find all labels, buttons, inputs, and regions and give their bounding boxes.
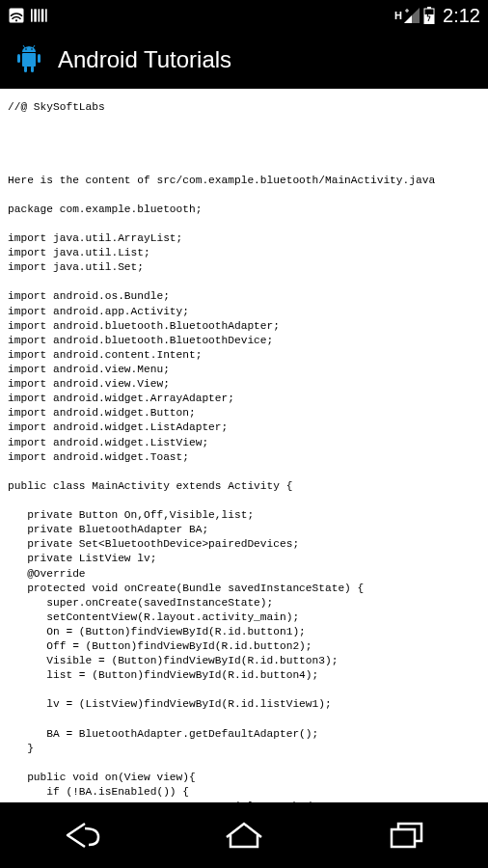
svg-rect-5 <box>41 9 44 21</box>
wifi-icon <box>8 7 25 24</box>
svg-rect-13 <box>24 66 27 72</box>
svg-rect-19 <box>392 829 415 847</box>
svg-rect-6 <box>45 9 47 21</box>
status-time: 2:12 <box>443 5 480 27</box>
battery-icon <box>423 7 435 24</box>
svg-rect-3 <box>34 9 37 21</box>
svg-rect-4 <box>39 9 41 21</box>
barcode-icon <box>31 7 50 24</box>
svg-rect-11 <box>17 54 20 63</box>
network-type-label: H <box>394 10 402 21</box>
home-button[interactable] <box>196 811 292 859</box>
status-bar: H 2:12 <box>0 0 488 31</box>
svg-line-15 <box>23 45 25 48</box>
svg-rect-14 <box>31 66 34 72</box>
svg-rect-10 <box>22 53 36 67</box>
recent-apps-button[interactable] <box>359 811 455 859</box>
navigation-bar <box>0 802 488 868</box>
signal-icon <box>404 8 420 23</box>
app-bar: Android Tutorials <box>0 31 488 89</box>
svg-point-1 <box>15 19 17 21</box>
svg-point-18 <box>31 48 33 50</box>
android-icon <box>12 42 46 77</box>
status-left-icons <box>8 7 50 24</box>
back-button[interactable] <box>33 811 129 859</box>
status-right-icons: H 2:12 <box>394 5 480 27</box>
svg-rect-12 <box>38 54 41 63</box>
content-area[interactable]: //@ SkySoftLabs Here is the content of s… <box>0 89 488 802</box>
code-text: //@ SkySoftLabs Here is the content of s… <box>8 100 480 802</box>
svg-point-17 <box>25 48 27 50</box>
svg-rect-2 <box>31 9 33 21</box>
app-title: Android Tutorials <box>58 46 231 73</box>
svg-line-16 <box>33 45 35 48</box>
